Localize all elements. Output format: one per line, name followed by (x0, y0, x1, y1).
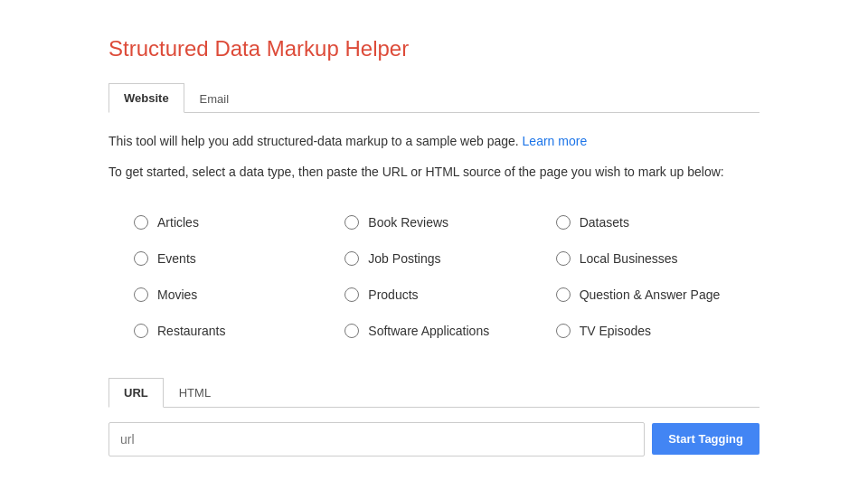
input-tab-url[interactable]: URL (108, 378, 164, 408)
radio-articles[interactable] (134, 215, 148, 230)
label-local-businesses: Local Businesses (580, 251, 678, 266)
label-datasets: Datasets (580, 215, 629, 230)
data-type-articles[interactable]: Articles (127, 204, 337, 240)
data-type-tv-episodes[interactable]: TV Episodes (549, 313, 760, 349)
label-products: Products (368, 287, 418, 302)
radio-tv-episodes[interactable] (556, 324, 571, 338)
label-book-reviews: Book Reviews (368, 215, 448, 230)
label-events: Events (157, 251, 196, 266)
data-type-datasets[interactable]: Datasets (549, 204, 760, 240)
label-software-applications: Software Applications (368, 324, 489, 338)
radio-movies[interactable] (134, 287, 148, 302)
instruction-text: To get started, select a data type, then… (108, 162, 760, 182)
radio-software-applications[interactable] (344, 324, 359, 338)
page-title: Structured Data Markup Helper (108, 36, 760, 61)
label-movies: Movies (157, 287, 197, 302)
label-articles: Articles (157, 215, 199, 230)
data-type-book-reviews[interactable]: Book Reviews (337, 204, 548, 240)
data-type-software-applications[interactable]: Software Applications (337, 313, 548, 349)
data-type-products[interactable]: Products (337, 277, 548, 313)
data-type-events[interactable]: Events (127, 240, 337, 277)
label-tv-episodes: TV Episodes (580, 324, 651, 338)
radio-datasets[interactable] (556, 215, 571, 230)
data-type-qa-page[interactable]: Question & Answer Page (549, 277, 760, 313)
description-static: This tool will help you add structured-d… (108, 134, 519, 148)
radio-local-businesses[interactable] (556, 251, 571, 266)
input-tabs: URL HTML (108, 378, 760, 408)
start-tagging-button[interactable]: Start Tagging (652, 423, 760, 455)
data-type-local-businesses[interactable]: Local Businesses (549, 240, 760, 277)
data-types-grid: Articles Book Reviews Datasets Events Jo… (127, 204, 760, 349)
radio-job-postings[interactable] (344, 251, 359, 266)
label-restaurants: Restaurants (157, 324, 225, 338)
radio-restaurants[interactable] (134, 324, 148, 338)
data-type-movies[interactable]: Movies (127, 277, 337, 313)
url-input-row: Start Tagging (108, 422, 760, 456)
tab-website[interactable]: Website (108, 83, 184, 113)
url-input[interactable] (108, 422, 645, 456)
main-tabs: Website Email (108, 83, 760, 113)
radio-book-reviews[interactable] (344, 215, 359, 230)
radio-products[interactable] (344, 287, 359, 302)
input-tab-html[interactable]: HTML (164, 378, 226, 408)
label-qa-page: Question & Answer Page (580, 287, 721, 302)
label-job-postings: Job Postings (368, 251, 440, 266)
description-text: This tool will help you add structured-d… (108, 131, 760, 151)
radio-qa-page[interactable] (556, 287, 571, 302)
radio-events[interactable] (134, 251, 148, 266)
data-type-restaurants[interactable]: Restaurants (127, 313, 337, 349)
learn-more-link[interactable]: Learn more (523, 134, 588, 148)
data-type-job-postings[interactable]: Job Postings (337, 240, 548, 277)
tab-email[interactable]: Email (184, 83, 245, 113)
page-container: Structured Data Markup Helper Website Em… (0, 0, 868, 480)
